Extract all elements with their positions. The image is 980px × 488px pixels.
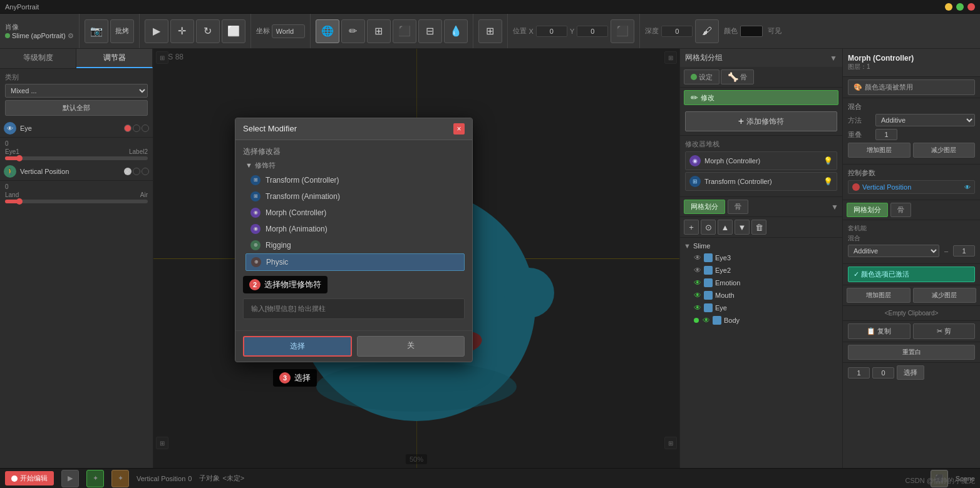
eye-controller[interactable]: 👁 Eye — [0, 119, 153, 138]
pen-btn[interactable]: ✏ — [341, 19, 365, 43]
eye-slider-thumb[interactable] — [16, 155, 23, 161]
vert-slider[interactable] — [5, 200, 148, 203]
default-all-btn[interactable]: 默认全部 — [5, 100, 148, 116]
mesh-subtab[interactable]: 网格划分 — [684, 200, 725, 214]
eye-dot-record[interactable] — [124, 125, 132, 132]
tab-hierarchy[interactable]: 等级制度 — [0, 49, 76, 68]
mesh-tab-bone[interactable]: 🦴 骨 — [721, 69, 754, 84]
vert-slider-thumb[interactable] — [16, 198, 23, 205]
depth-val[interactable]: 0 — [661, 26, 693, 37]
frp-select-btn[interactable]: 选择 — [897, 365, 924, 380]
screen-btn[interactable]: ⬛ — [611, 19, 634, 43]
water-btn[interactable]: 💧 — [444, 19, 468, 43]
copy-btn[interactable]: 📋 复制 — [848, 323, 910, 339]
remove-layer-btn[interactable]: 减少图层 — [913, 143, 976, 158]
tree-body-eye[interactable]: 👁 — [703, 316, 710, 325]
modifier-stack-0[interactable]: ◉ Morph (Controller) 💡 — [685, 151, 837, 170]
eye-dot-2[interactable] — [133, 125, 140, 132]
mesh-tool-add[interactable]: + — [684, 220, 699, 235]
orbit-btn[interactable]: 🌐 — [316, 19, 339, 43]
paint-btn[interactable]: 🖌 — [695, 19, 719, 43]
tree-eye3[interactable]: 👁 Eye3 — [690, 252, 842, 264]
add-modifier-btn[interactable]: + 添加修饰符 — [685, 111, 837, 131]
snap-btn[interactable]: ⊞ — [478, 19, 502, 43]
mesh-btn[interactable]: ⊞ — [367, 19, 391, 43]
blend2-select[interactable]: Additive — [848, 245, 939, 257]
color-swatch[interactable] — [740, 26, 763, 37]
tree-eye3-eye[interactable]: 👁 — [694, 253, 701, 262]
bake-btn[interactable]: 批烤 — [110, 19, 134, 43]
modifier-item-5[interactable]: ⊕ Physic — [245, 253, 465, 271]
remove-layer-btn2[interactable]: 减少图层 — [913, 288, 977, 303]
move-tool[interactable]: ✛ — [170, 19, 194, 43]
grid-btn[interactable]: ⊟ — [418, 19, 442, 43]
select-tool[interactable]: ▶ — [145, 19, 168, 43]
canvas-area[interactable]: FPS 88 — [153, 49, 679, 468]
bone-subtab[interactable]: 骨 — [728, 200, 748, 214]
mod-eye-1[interactable]: 💡 — [823, 177, 833, 186]
lower-mesh-tab[interactable]: 网格划分 — [847, 203, 888, 217]
rebase-btn[interactable]: 重置白 — [848, 345, 975, 360]
eye-dot-3[interactable] — [142, 125, 149, 132]
cut-btn[interactable]: ✂ 剪 — [913, 323, 976, 339]
ctrl-param-0[interactable]: Vertical Position 👁 — [848, 180, 975, 194]
tree-eye-eye[interactable]: 👁 — [694, 303, 701, 312]
record-btn[interactable]: 开始编辑 — [5, 471, 54, 485]
tree-mouth-eye[interactable]: 👁 — [694, 291, 701, 300]
page-input-2[interactable] — [872, 367, 894, 379]
active-color-btn[interactable]: ✓ 颜色选项已激活 — [848, 267, 975, 282]
scale-tool[interactable]: ⬜ — [222, 19, 245, 43]
actor-settings-icon[interactable]: ⚙ — [68, 32, 74, 40]
tree-eye2-eye[interactable]: 👁 — [694, 266, 701, 275]
modifier-item-1[interactable]: ⊞ Transform (Animation) — [245, 188, 465, 205]
maximize-btn[interactable] — [956, 3, 964, 11]
tree-eye2[interactable]: 👁 Eye2 — [690, 264, 842, 277]
vert-dot-x[interactable]: ✕ — [124, 168, 132, 175]
modifier-item-3[interactable]: ◉ Morph (Animation) — [245, 221, 465, 237]
mesh-tool-up[interactable]: ▲ — [718, 220, 733, 235]
coord-select[interactable]: World Local — [272, 24, 305, 38]
mesh-tool-down[interactable]: ▼ — [735, 220, 750, 235]
weight2-input[interactable] — [953, 245, 975, 257]
minimize-btn[interactable] — [945, 3, 952, 11]
tree-eye[interactable]: 👁 Eye — [690, 302, 842, 314]
color-apply-btn[interactable]: 🎨 颜色选项被禁用 — [848, 79, 975, 95]
mod-eye-0[interactable]: 💡 — [823, 156, 833, 165]
eye-slider[interactable] — [5, 156, 148, 160]
orange-btn[interactable]: ✦ — [111, 470, 129, 487]
pos-y-val[interactable]: 0 — [577, 26, 608, 37]
close-btn[interactable] — [967, 3, 975, 11]
tree-root[interactable]: ▼ Slime — [680, 240, 842, 252]
modifier-item-2[interactable]: ◉ Morph (Controller) — [245, 205, 465, 221]
page-input-1[interactable] — [848, 367, 870, 379]
modifier-stack-1[interactable]: ⊞ Transform (Controller) 💡 — [685, 172, 837, 191]
modal-close-btn[interactable]: × — [453, 123, 465, 135]
tree-emotion[interactable]: 👁 Emotion — [690, 277, 842, 289]
vert-controller[interactable]: 🚶 Vertical Position ✕ — [0, 163, 153, 181]
modal-cancel-btn[interactable]: 关 — [357, 336, 465, 357]
rotate-tool[interactable]: ↻ — [196, 19, 220, 43]
tree-mouth[interactable]: 👁 Mouth — [690, 289, 842, 302]
vert-dot-2[interactable] — [133, 168, 140, 175]
pos-x-val[interactable]: 0 — [536, 26, 567, 37]
mesh-tab-setup[interactable]: 设定 — [684, 69, 720, 84]
green-btn[interactable]: ✦ — [86, 470, 104, 487]
add-layer-btn[interactable]: 增加图层 — [848, 143, 910, 158]
mesh-tool-delete[interactable]: 🗑 — [751, 220, 766, 235]
vert-dot-3[interactable] — [142, 168, 149, 175]
add-layer-btn2[interactable]: 增加图层 — [847, 288, 910, 303]
cursor-btn[interactable]: ▶ — [61, 470, 79, 487]
tree-emotion-eye[interactable]: 👁 — [694, 278, 701, 287]
tree-body[interactable]: 👁 Body — [690, 314, 842, 327]
category-select[interactable]: Mixed ... — [5, 84, 148, 98]
mesh-tab-modify[interactable]: ✏ 修改 — [684, 90, 838, 105]
render-btn[interactable]: 📷 — [85, 19, 108, 43]
tab-adjusters[interactable]: 调节器 — [76, 49, 153, 68]
weight-input[interactable]: 1 — [875, 129, 897, 140]
ctrl-param-eye-0[interactable]: 👁 — [964, 184, 971, 191]
window-controls[interactable] — [945, 3, 975, 11]
modifier-item-0[interactable]: ⊞ Transform (Controller) — [245, 172, 465, 188]
method-select[interactable]: Additive Normal — [875, 114, 975, 126]
frame-btn[interactable]: ⬛ — [393, 19, 416, 43]
modifier-item-4[interactable]: ⊛ Rigging — [245, 237, 465, 253]
